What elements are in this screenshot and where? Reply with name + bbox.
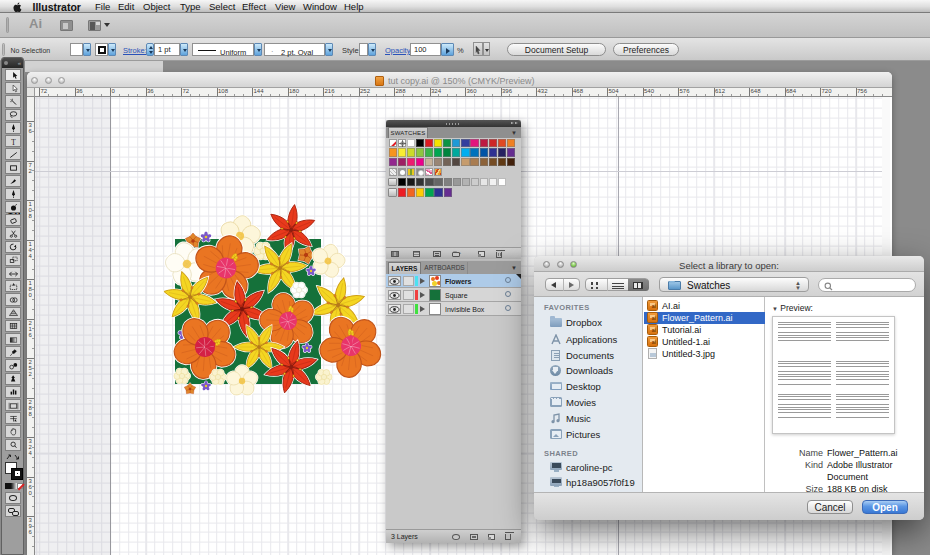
svg-text:T: T — [11, 138, 16, 145]
